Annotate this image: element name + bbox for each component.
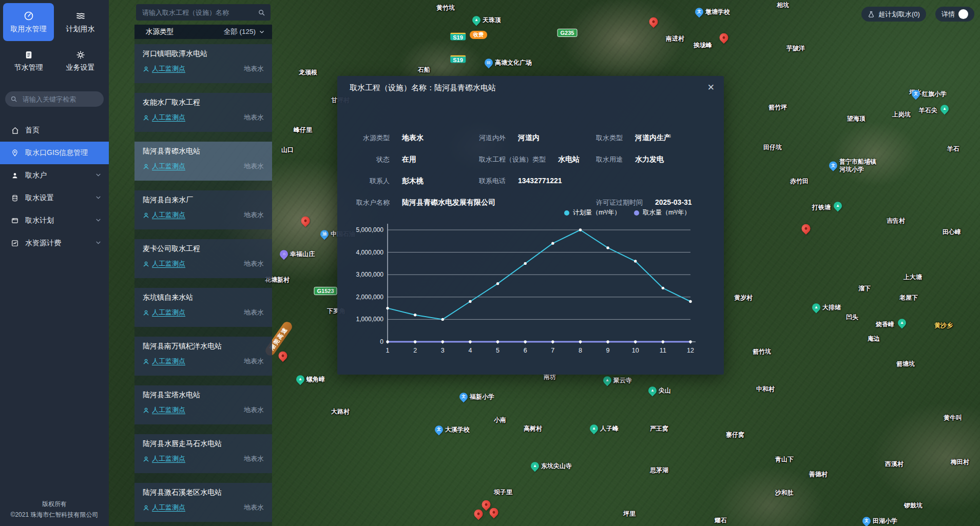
svg-text:11: 11 bbox=[660, 347, 666, 354]
water-source-type: 地表水 bbox=[244, 454, 264, 463]
detail-toggle[interactable]: 详情 bbox=[935, 7, 974, 22]
map-marker-resort[interactable]: ⌂幸福山庄 bbox=[280, 250, 315, 258]
sidebar-item-home[interactable]: 首页 bbox=[0, 119, 109, 142]
map-marker-mountain[interactable]: ▲大排绪 bbox=[812, 303, 841, 311]
monitor-tag[interactable]: 人工监测点 bbox=[143, 162, 185, 171]
station-list-item[interactable]: 友能水厂取水工程人工监测点地表水 bbox=[134, 93, 272, 132]
station-name: 河口镇唱歌潭水电站 bbox=[143, 49, 264, 59]
map-marker-mountain[interactable]: ▲尖山 bbox=[648, 386, 671, 395]
svg-text:3,000,000: 3,000,000 bbox=[356, 271, 384, 278]
map-marker-school[interactable]: 文田湖小学 bbox=[862, 517, 897, 525]
map-marker-school[interactable]: 文普宁市船埔镇 河坑小学 bbox=[829, 158, 876, 173]
modal-field: 取水户名称陆河县青磜水电发展有限公司 bbox=[350, 198, 495, 207]
road-badge-s: S19 bbox=[450, 55, 466, 63]
detail-label: 详情 bbox=[941, 10, 955, 19]
sidebar-search-input[interactable] bbox=[22, 95, 99, 104]
monitor-tag[interactable]: 人工监测点 bbox=[143, 259, 185, 268]
gauge-icon bbox=[24, 11, 34, 21]
svg-text:5,000,000: 5,000,000 bbox=[356, 226, 384, 233]
sidebar-item-setting[interactable]: 取水设置 bbox=[0, 187, 109, 209]
nav-tile-plan-water[interactable]: 计划用水 bbox=[55, 3, 106, 41]
map-marker-mountain[interactable]: ▲天珠顶 bbox=[472, 16, 501, 24]
person-icon bbox=[143, 358, 149, 365]
station-name: 陆河县自来水厂 bbox=[143, 196, 264, 205]
monitor-tag[interactable]: 人工监测点 bbox=[143, 210, 185, 220]
nav-tile-save-water[interactable]: 节水管理 bbox=[3, 42, 54, 80]
map-marker-mountain[interactable]: ▲ bbox=[898, 319, 906, 327]
station-search[interactable] bbox=[136, 4, 271, 21]
monitor-tag[interactable]: 人工监测点 bbox=[143, 454, 185, 463]
map-label: 上岗坑 bbox=[892, 111, 911, 119]
map-marker-label: 聚云寺 bbox=[613, 377, 632, 384]
source-type-filter-bar: 水源类型 全部 (125) bbox=[134, 25, 272, 39]
modal-field-row: 取水户名称陆河县青磜水电发展有限公司许可证过期时间2025-03-31 bbox=[350, 198, 712, 208]
map-pin-red[interactable] bbox=[720, 33, 728, 42]
sidebar-item-gis[interactable]: 取水口GIS信息管理 bbox=[0, 142, 109, 164]
map-pin-red[interactable] bbox=[279, 352, 287, 360]
map-marker-mountain[interactable]: ▲ bbox=[940, 105, 949, 113]
station-list-item[interactable]: 东坑镇自来水站人工监测点地表水 bbox=[134, 288, 272, 327]
station-list-item[interactable]: 陆河县自来水厂人工监测点地表水 bbox=[134, 190, 272, 229]
field-label: 取水工程（设施）类型 bbox=[479, 155, 546, 164]
sidebar-item-label: 取水计划 bbox=[25, 216, 54, 225]
map-pin-red[interactable] bbox=[474, 510, 483, 518]
map-pin-red[interactable] bbox=[802, 224, 811, 233]
filter-dropdown[interactable]: 全部 (125) bbox=[224, 27, 265, 36]
map-label: 羊石尖 bbox=[919, 107, 937, 114]
field-value: 地表水 bbox=[402, 133, 424, 143]
field-label: 状态 bbox=[350, 155, 390, 164]
monitor-tag[interactable]: 人工监测点 bbox=[143, 113, 185, 122]
nav-tile-water-use[interactable]: 取用水管理 bbox=[3, 3, 54, 41]
over-plan-button[interactable]: 超计划取水(0) bbox=[861, 7, 926, 22]
monitor-tag[interactable]: 人工监测点 bbox=[143, 64, 185, 73]
station-list-item[interactable]: 陆河县激石溪老区水电站人工监测点地表水 bbox=[134, 483, 272, 522]
legend-item[interactable]: 计划量（m³/年） bbox=[564, 208, 621, 217]
monitor-tag[interactable]: 人工监测点 bbox=[143, 405, 185, 415]
svg-text:1: 1 bbox=[386, 347, 390, 354]
gear-icon bbox=[76, 50, 85, 60]
monitor-tag[interactable]: 人工监测点 bbox=[143, 503, 185, 512]
sidebar-search[interactable] bbox=[5, 91, 104, 107]
doc-icon bbox=[24, 50, 33, 60]
legend-item[interactable]: 取水量（m³/年） bbox=[634, 208, 690, 217]
field-label: 水源类型 bbox=[350, 133, 390, 143]
monitor-tag[interactable]: 人工监测点 bbox=[143, 308, 185, 317]
map-pin-red[interactable] bbox=[301, 217, 310, 225]
toggle-knob[interactable] bbox=[958, 9, 968, 19]
station-list-item[interactable]: 陆河县南万镇杞洋水电站人工监测点地表水 bbox=[134, 337, 272, 376]
map-marker-school[interactable]: 文红旗小学 bbox=[912, 90, 947, 98]
map-pin-red[interactable] bbox=[490, 508, 498, 517]
svg-text:8: 8 bbox=[579, 347, 582, 354]
close-icon[interactable]: ✕ bbox=[707, 82, 715, 93]
station-list-item[interactable]: 陆河县青磜水电站人工监测点地表水 bbox=[134, 142, 272, 181]
station-name: 陆河县水唇走马石水电站 bbox=[143, 439, 264, 449]
sidebar-item-user[interactable]: 取水户 bbox=[0, 164, 109, 187]
field-value: 陆河县青磜水电发展有限公司 bbox=[402, 198, 495, 207]
station-list-item[interactable]: 麦卡公司取水工程人工监测点地表水 bbox=[134, 239, 272, 278]
map-marker-mountain[interactable]: ▲ bbox=[834, 202, 842, 210]
sidebar-item-plan[interactable]: 取水计划 bbox=[0, 209, 109, 232]
sidebar-item-billing[interactable]: 水资源计费 bbox=[0, 232, 109, 255]
map-marker-school[interactable]: 文福新小学 bbox=[459, 393, 494, 401]
station-list-item[interactable]: 陆河县水唇走马石水电站人工监测点地表水 bbox=[134, 434, 272, 473]
map-marker-mountain[interactable]: ▲人子峰 bbox=[590, 424, 619, 433]
station-search-input[interactable] bbox=[141, 8, 258, 17]
map-marker-mountain[interactable]: ▲螺角嶂 bbox=[296, 375, 325, 383]
station-name: 麦卡公司取水工程 bbox=[143, 244, 264, 254]
nav-tiles: 取用水管理计划用水节水管理业务设置 bbox=[0, 0, 109, 83]
map-marker-mountain[interactable]: ▲聚云寺 bbox=[603, 376, 632, 384]
map-marker-label: 普宁市船埔镇 河坑小学 bbox=[839, 158, 876, 173]
nav-tile-biz-setting[interactable]: 业务设置 bbox=[55, 42, 106, 80]
map-marker-label: 田湖小学 bbox=[873, 517, 897, 525]
map-marker-school[interactable]: 文大溪学校 bbox=[435, 425, 470, 434]
map-pin-red[interactable] bbox=[649, 17, 658, 26]
station-list-item[interactable]: 河口镇唱歌潭水电站人工监测点地表水 bbox=[134, 44, 272, 83]
person-icon bbox=[143, 407, 149, 414]
map-marker-mountain[interactable]: ▲东坑尖山寺 bbox=[531, 462, 572, 470]
map-marker-culture[interactable]: ▤高塘文化广场 bbox=[485, 59, 532, 67]
map-marker-school[interactable]: 文墩塘学校 bbox=[695, 8, 730, 16]
monitor-tag[interactable]: 人工监测点 bbox=[143, 357, 185, 366]
map-marker-label: 幸福山庄 bbox=[290, 250, 315, 258]
modal-field-row: 水源类型地表水河道内外河道内取水类型河道内生产 bbox=[350, 133, 712, 144]
station-list-item[interactable]: 陆河县宝塔水电站人工监测点地表水 bbox=[134, 385, 272, 424]
